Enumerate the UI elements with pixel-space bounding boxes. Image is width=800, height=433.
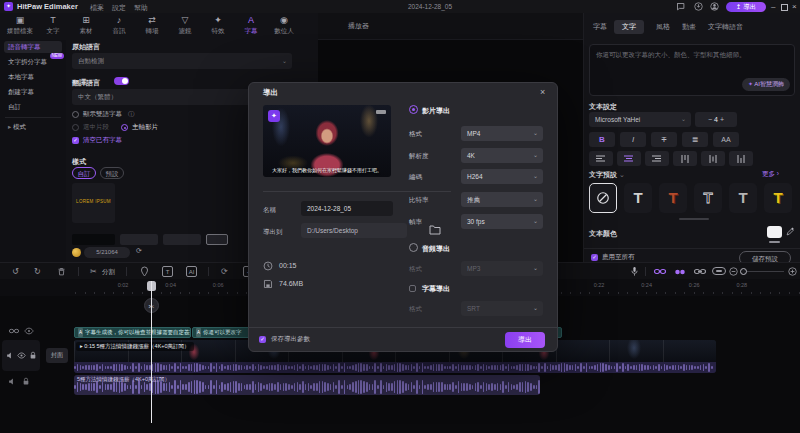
- line-spacing-button[interactable]: ≣: [682, 132, 708, 147]
- lock-track-icon[interactable]: [29, 351, 37, 360]
- toolbar-avatar[interactable]: ◉數位人: [267, 15, 301, 35]
- minimize-button[interactable]: –: [771, 2, 775, 11]
- dialog-close-icon[interactable]: ×: [540, 87, 545, 97]
- menu-help[interactable]: 幫助: [134, 3, 148, 13]
- tab-tts[interactable]: 文字轉語音: [708, 20, 743, 34]
- export-confirm-button[interactable]: 導出: [505, 332, 545, 348]
- loop-icon[interactable]: ⟳: [221, 266, 228, 277]
- text-color-swatch[interactable]: [767, 226, 782, 238]
- toolbar-filter[interactable]: ▽濾鏡: [168, 15, 202, 35]
- preset-tile-rust[interactable]: T: [659, 183, 687, 213]
- style-preview-card[interactable]: LOREM IPSUM: [72, 183, 115, 223]
- preview-axis-icon[interactable]: [712, 267, 726, 275]
- audio-track-mute-icon[interactable]: [8, 377, 17, 386]
- sidebar-item-speech-to-subtitle[interactable]: 語音轉字幕: [4, 41, 62, 53]
- font-family-select[interactable]: Microsoft YaHei⌄: [589, 112, 691, 127]
- sidebar-item-local-subtitle[interactable]: 本地字幕: [4, 71, 62, 83]
- italic-button[interactable]: I: [620, 132, 646, 147]
- sidebar-item-custom[interactable]: 自訂: [4, 101, 62, 113]
- zoom-slider-knob[interactable]: [740, 268, 747, 275]
- subtitle-track-visibility-icon[interactable]: [24, 327, 34, 335]
- translate-toggle[interactable]: [114, 77, 129, 85]
- save-params-checkbox[interactable]: ✓: [259, 336, 266, 343]
- tab-animation[interactable]: 動畫: [682, 20, 696, 34]
- menu-file[interactable]: 檔案: [90, 3, 104, 13]
- style-thumb[interactable]: [120, 234, 158, 245]
- ai-polish-button[interactable]: ✦ AI智慧潤飾: [742, 78, 790, 91]
- scope-main-radio[interactable]: [121, 124, 128, 131]
- video-export-radio[interactable]: [409, 105, 418, 114]
- audio-export-radio[interactable]: [409, 243, 418, 252]
- bitrate-select[interactable]: 推薦⌄: [461, 192, 543, 207]
- split-icon[interactable]: ✂: [90, 266, 97, 277]
- fps-select[interactable]: 30 fps⌄: [461, 214, 543, 229]
- tab-text[interactable]: 文字: [614, 20, 644, 34]
- subtitle-track-link-icon[interactable]: [9, 327, 19, 335]
- presets-scrollbar[interactable]: [679, 218, 709, 220]
- strikethrough-button[interactable]: T: [651, 132, 677, 147]
- scope-selected-radio[interactable]: [72, 124, 79, 131]
- apply-all-checkbox[interactable]: ✓: [591, 254, 598, 261]
- audio-track-lock-icon[interactable]: [22, 377, 30, 386]
- subtitle-export-checkbox[interactable]: [409, 285, 416, 292]
- audio-clip[interactable]: 5種方法悄悄賺錢漲薪（4K+0萬訂閱）: [74, 375, 540, 395]
- minus-icon[interactable]: −: [708, 116, 712, 123]
- menu-settings[interactable]: 設定: [112, 3, 126, 13]
- plus-icon[interactable]: +: [720, 116, 724, 123]
- style-thumb[interactable]: [72, 234, 115, 245]
- font-size-stepper[interactable]: − 4 +: [695, 112, 737, 127]
- magnet-snap-icon[interactable]: [674, 269, 686, 275]
- zoom-out-icon[interactable]: [729, 267, 738, 276]
- preset-none-tile[interactable]: [589, 183, 617, 213]
- maximize-button[interactable]: [781, 4, 788, 11]
- refresh-icon[interactable]: ⟳: [136, 247, 142, 255]
- letter-case-button[interactable]: AA: [713, 132, 739, 147]
- original-language-select[interactable]: 自動檢測⌄: [72, 53, 292, 69]
- zoom-in-icon[interactable]: [788, 267, 797, 276]
- timeline-zoom-slider[interactable]: [742, 271, 784, 272]
- export-path-input[interactable]: D:/Users/Desktop: [301, 223, 407, 238]
- style-preset-button[interactable]: 預設: [100, 167, 124, 179]
- account-icon[interactable]: [710, 2, 719, 11]
- toolbar-text[interactable]: T文字: [36, 15, 70, 35]
- mute-track-icon[interactable]: [6, 351, 15, 360]
- subtitle-clip[interactable]: A字幕生成後，你可以檢查並根據需要自定義字幕文: [74, 327, 191, 338]
- sidebar-item-text-split[interactable]: 文字拆分字幕NEW: [4, 56, 62, 68]
- feedback-icon[interactable]: [676, 2, 685, 11]
- subtitle-text-area[interactable]: 你還可以更改字幕的大小、顏色、字型和其他細節。 ✦ AI智慧潤飾: [589, 44, 795, 96]
- toolbar-subtitle[interactable]: A字幕: [234, 15, 268, 35]
- format-select[interactable]: MP4⌄: [461, 126, 543, 141]
- style-custom-button[interactable]: 自訂: [72, 167, 96, 179]
- tab-style[interactable]: 風格: [656, 20, 670, 34]
- style-thumb[interactable]: [163, 234, 201, 245]
- download-icon[interactable]: [694, 2, 703, 11]
- sidebar-item-mode[interactable]: ▸ 模式: [4, 121, 62, 133]
- export-top-button[interactable]: ↥ 導出: [726, 2, 766, 12]
- valign-top-button[interactable]: [673, 151, 697, 166]
- bilingual-radio[interactable]: [72, 111, 79, 118]
- bold-button[interactable]: B: [589, 132, 615, 147]
- cover-button[interactable]: 封面: [46, 348, 68, 363]
- toolbar-audio[interactable]: ♪音訊: [102, 15, 136, 35]
- ai-tool-icon[interactable]: AI: [186, 266, 197, 277]
- marker-icon[interactable]: [140, 266, 149, 277]
- toolbar-stickers[interactable]: ⊞素材: [69, 15, 103, 35]
- undo-icon[interactable]: ↺: [12, 266, 19, 277]
- delete-icon[interactable]: [57, 267, 66, 276]
- align-right-button[interactable]: [645, 151, 669, 166]
- close-button[interactable]: ×: [792, 2, 797, 11]
- playhead-line[interactable]: [151, 281, 152, 423]
- clear-existing-checkbox[interactable]: ✓: [72, 137, 79, 144]
- record-voice-icon[interactable]: [630, 266, 639, 277]
- toolbar-effects[interactable]: ✦特效: [201, 15, 235, 35]
- valign-bottom-button[interactable]: [729, 151, 753, 166]
- sidebar-item-create-subtitle[interactable]: 創建字幕: [4, 86, 62, 98]
- codec-select[interactable]: H264⌄: [461, 169, 543, 184]
- align-center-button[interactable]: [617, 151, 641, 166]
- link-clips-icon[interactable]: [654, 267, 666, 276]
- more-presets-link[interactable]: 更多 ›: [762, 170, 779, 179]
- align-left-button[interactable]: [589, 151, 613, 166]
- toolbar-media[interactable]: ▣媒體檔案: [3, 15, 37, 35]
- eyedropper-icon[interactable]: [786, 227, 795, 236]
- preset-tile-yellow[interactable]: T: [764, 183, 792, 213]
